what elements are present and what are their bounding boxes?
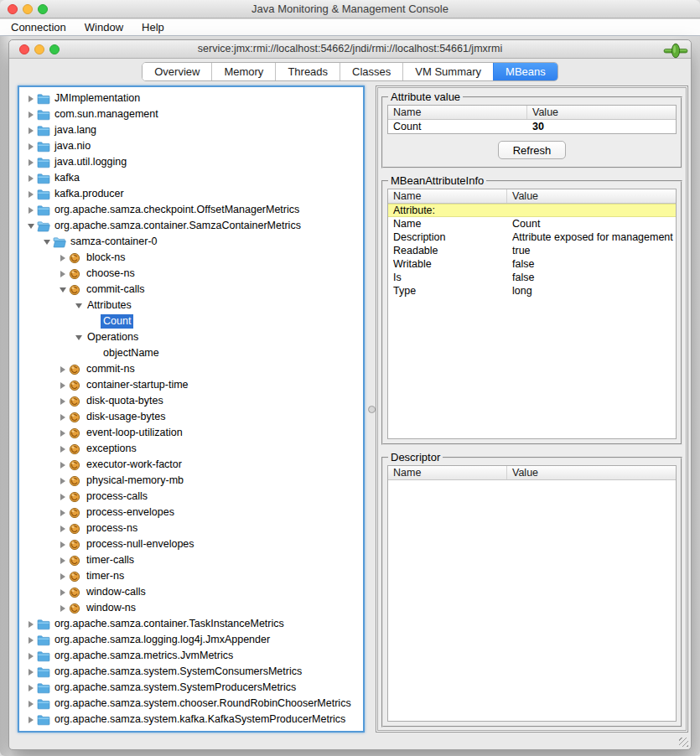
tree-row-timer-calls[interactable]: timer-calls xyxy=(19,552,363,568)
tree-row-process-null-envelopes[interactable]: process-null-envelopes xyxy=(19,536,363,552)
table-row-count[interactable]: Count30 xyxy=(388,120,676,133)
tree-row-disk-quota-bytes[interactable]: disk-quota-bytes xyxy=(19,393,363,409)
table-row-type[interactable]: Typelong xyxy=(388,284,676,298)
table-row-writable[interactable]: Writablefalse xyxy=(388,257,676,271)
expand-arrow-icon[interactable] xyxy=(56,430,69,437)
menu-connection[interactable]: Connection xyxy=(2,19,75,35)
expand-arrow-icon[interactable] xyxy=(56,446,69,453)
table-row-is[interactable]: Isfalse xyxy=(388,271,676,284)
expand-arrow-icon[interactable] xyxy=(56,605,69,612)
expand-arrow-icon[interactable] xyxy=(24,637,37,644)
expand-arrow-icon[interactable] xyxy=(24,111,37,118)
expand-arrow-icon[interactable] xyxy=(24,159,37,166)
expand-arrow-icon[interactable] xyxy=(56,255,69,261)
tree-row-jmimplementation[interactable]: JMImplementation xyxy=(19,91,363,106)
tree-row-window-calls[interactable]: window-calls xyxy=(19,584,363,600)
tree-row-window-ns[interactable]: window-ns xyxy=(19,600,363,616)
expand-arrow-icon[interactable] xyxy=(56,557,69,564)
expand-arrow-icon[interactable] xyxy=(56,271,69,277)
expand-arrow-icon[interactable] xyxy=(56,382,69,389)
expand-arrow-icon[interactable] xyxy=(56,462,69,469)
tree-row-attributes[interactable]: Attributes xyxy=(19,298,363,313)
expand-arrow-icon[interactable] xyxy=(24,701,37,707)
resize-grip[interactable] xyxy=(679,738,688,747)
tree-row-org-apache-samza-container-samzacontainermetrics[interactable]: org.apache.samza.container.SamzaContaine… xyxy=(19,218,363,234)
expand-arrow-icon[interactable] xyxy=(24,207,37,214)
expand-arrow-icon[interactable] xyxy=(24,717,37,723)
menu-help[interactable]: Help xyxy=(132,19,174,35)
tree-row-samza-container-0[interactable]: samza-container-0 xyxy=(19,234,363,250)
tree-row-org-apache-samza-container-taskinstancemetrics[interactable]: org.apache.samza.container.TaskInstanceM… xyxy=(19,616,363,632)
collapse-arrow-icon[interactable] xyxy=(24,224,37,229)
tree-row-executor-work-factor[interactable]: executor-work-factor xyxy=(19,457,363,473)
tree-row-commit-ns[interactable]: commit-ns xyxy=(19,361,363,377)
tree-row-java-nio[interactable]: java.nio xyxy=(19,138,363,154)
tree-row-disk-usage-bytes[interactable]: disk-usage-bytes xyxy=(19,409,363,425)
tree-row-org-apache-samza-system-systemconsumersmetrics[interactable]: org.apache.samza.system.SystemConsumersM… xyxy=(19,664,363,680)
split-pane-divider-handle[interactable] xyxy=(368,406,376,413)
collapse-arrow-icon[interactable] xyxy=(56,287,69,293)
table-row-readable[interactable]: Readabletrue xyxy=(388,244,676,257)
tree-row-timer-ns[interactable]: timer-ns xyxy=(19,568,363,584)
expand-arrow-icon[interactable] xyxy=(24,175,37,182)
expand-arrow-icon[interactable] xyxy=(24,96,37,102)
refresh-button[interactable]: Refresh xyxy=(498,141,567,159)
tree-row-container-startup-time[interactable]: container-startup-time xyxy=(19,377,363,393)
table-row-name[interactable]: NameCount xyxy=(388,217,676,230)
tree-row-java-util-logging[interactable]: java.util.logging xyxy=(19,154,363,170)
zoom-button[interactable] xyxy=(49,44,60,54)
tree-row-block-ns[interactable]: block-ns xyxy=(19,250,363,266)
expand-arrow-icon[interactable] xyxy=(24,653,37,660)
tree-row-org-apache-samza-system-systemproducersmetrics[interactable]: org.apache.samza.system.SystemProducersM… xyxy=(19,680,363,696)
tab-classes[interactable]: Classes xyxy=(340,63,402,80)
tab-memory[interactable]: Memory xyxy=(211,63,275,80)
close-button[interactable] xyxy=(8,4,18,14)
expand-arrow-icon[interactable] xyxy=(56,589,69,596)
expand-arrow-icon[interactable] xyxy=(56,541,69,548)
expand-arrow-icon[interactable] xyxy=(24,669,37,676)
tree-row-org-apache-samza-metrics-jvmmetrics[interactable]: org.apache.samza.metrics.JvmMetrics xyxy=(19,648,363,664)
tree-row-java-lang[interactable]: java.lang xyxy=(19,122,363,138)
expand-arrow-icon[interactable] xyxy=(24,191,37,198)
tree-row-choose-ns[interactable]: choose-ns xyxy=(19,266,363,282)
zoom-button[interactable] xyxy=(38,4,48,14)
tree-row-process-ns[interactable]: process-ns xyxy=(19,520,363,536)
expand-arrow-icon[interactable] xyxy=(56,398,69,405)
tab-overview[interactable]: Overview xyxy=(143,63,211,80)
collapse-arrow-icon[interactable] xyxy=(72,335,85,340)
minimize-button[interactable] xyxy=(23,4,33,14)
tree-row-kafka-producer[interactable]: kafka.producer xyxy=(19,186,363,202)
expand-arrow-icon[interactable] xyxy=(56,478,69,484)
tab-threads[interactable]: Threads xyxy=(275,63,340,80)
tab-vm-summary[interactable]: VM Summary xyxy=(402,63,493,80)
tab-mbeans[interactable]: MBeans xyxy=(493,63,557,80)
table-row-attribute-[interactable]: Attribute: xyxy=(388,204,676,217)
tree-row-exceptions[interactable]: exceptions xyxy=(19,441,363,457)
expand-arrow-icon[interactable] xyxy=(56,366,69,373)
collapse-arrow-icon[interactable] xyxy=(72,303,85,308)
expand-arrow-icon[interactable] xyxy=(24,621,37,628)
tree-row-operations[interactable]: Operations xyxy=(19,329,363,345)
tree-row-com-sun-management[interactable]: com.sun.management xyxy=(19,106,363,122)
expand-arrow-icon[interactable] xyxy=(56,573,69,580)
expand-arrow-icon[interactable] xyxy=(24,685,37,691)
collapse-arrow-icon[interactable] xyxy=(40,240,53,245)
tree-row-org-apache-samza-system-kafka-kafkasystemproducermetrics[interactable]: org.apache.samza.system.kafka.KafkaSyste… xyxy=(19,712,363,728)
menu-window[interactable]: Window xyxy=(75,19,132,35)
table-row-description[interactable]: DescriptionAttribute exposed for managem… xyxy=(388,230,676,244)
expand-arrow-icon[interactable] xyxy=(56,510,69,516)
minimize-button[interactable] xyxy=(34,44,44,54)
tree-row-org-apache-samza-logging-log4j-jmxappender[interactable]: org.apache.samza.logging.log4j.JmxAppend… xyxy=(19,632,363,648)
expand-arrow-icon[interactable] xyxy=(24,143,37,150)
tree-row-process-calls[interactable]: process-calls xyxy=(19,489,363,505)
close-button[interactable] xyxy=(19,44,29,54)
tree-row-process-envelopes[interactable]: process-envelopes xyxy=(19,505,363,520)
expand-arrow-icon[interactable] xyxy=(24,127,37,134)
tree-row-physical-memory-mb[interactable]: physical-memory-mb xyxy=(19,473,363,489)
tree-row-org-apache-samza-system-chooser-roundrobinchoosermetrics[interactable]: org.apache.samza.system.chooser.RoundRob… xyxy=(19,696,363,712)
tree-row-kafka[interactable]: kafka xyxy=(19,170,363,186)
tree-row-count[interactable]: Count xyxy=(19,313,363,329)
expand-arrow-icon[interactable] xyxy=(56,414,69,421)
tree-row-event-loop-utilization[interactable]: event-loop-utilization xyxy=(19,425,363,441)
tree-row-org-apache-samza-checkpoint-offsetmanagermetrics[interactable]: org.apache.samza.checkpoint.OffsetManage… xyxy=(19,202,363,218)
